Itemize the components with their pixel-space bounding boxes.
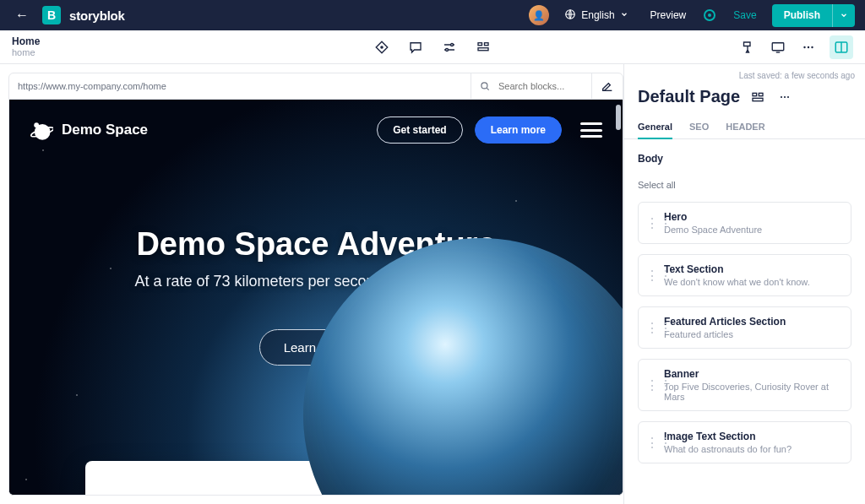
breadcrumb-slug: home: [12, 47, 40, 57]
block-subtitle: Demo Space Adventure: [664, 225, 842, 235]
split-view-icon[interactable]: [830, 35, 853, 59]
svg-point-2: [451, 43, 454, 46]
site-canvas: Demo Space Get started Learn more Demo S…: [9, 100, 623, 495]
block-featured-articles[interactable]: ⋮⋮ Featured Articles Section Featured ar…: [638, 306, 851, 349]
svg-rect-6: [485, 42, 489, 45]
sliders-icon[interactable]: [440, 38, 459, 57]
block-banner[interactable]: ⋮⋮ Banner Top Five Discoveries, Curiosit…: [638, 359, 851, 411]
svg-point-8: [803, 46, 805, 47]
tab-seo[interactable]: SEO: [689, 115, 709, 138]
site-logo[interactable]: Demo Space: [30, 118, 148, 142]
scrollbar-thumb[interactable]: [616, 105, 621, 130]
breadcrumb[interactable]: Home home: [12, 36, 40, 57]
block-subtitle: Featured articles: [664, 329, 842, 339]
svg-rect-17: [759, 93, 763, 95]
toolbar-right: [738, 35, 853, 59]
hero-subtitle: At a rate of 73 kilometers per second pe…: [30, 273, 602, 290]
get-started-button[interactable]: Get started: [377, 117, 462, 144]
breadcrumb-title: Home: [12, 36, 40, 47]
block-text-section[interactable]: ⋮⋮ Text Section We don't know what we do…: [638, 254, 851, 296]
toolbar-center: [373, 38, 492, 57]
toolbar: Home home: [0, 30, 865, 64]
layout-icon[interactable]: [474, 38, 492, 57]
menu-icon[interactable]: [580, 122, 602, 138]
block-image-text[interactable]: ⋮⋮ Image Text Section What do astronauts…: [638, 421, 851, 463]
site-brand-text: Demo Space: [62, 122, 148, 138]
svg-rect-16: [753, 93, 757, 95]
svg-rect-5: [478, 47, 488, 50]
drag-handle-icon[interactable]: ⋮⋮: [645, 215, 656, 231]
page-title: Default Page: [638, 87, 740, 106]
hero-cta-button[interactable]: Learn More: [259, 329, 373, 366]
schema-icon[interactable]: [748, 88, 767, 106]
more-icon[interactable]: [799, 38, 818, 57]
globe-icon: [564, 8, 576, 23]
drag-handle-icon[interactable]: ⋮⋮: [645, 377, 656, 393]
drag-handle-icon[interactable]: ⋮⋮: [645, 435, 656, 451]
workspace: https://www.my-company.com/home Demo Spa…: [0, 64, 865, 504]
svg-point-19: [781, 95, 782, 97]
svg-rect-7: [772, 42, 784, 50]
block-subtitle: Top Five Discoveries, Curiosity Rover at…: [664, 382, 842, 402]
svg-rect-18: [753, 98, 763, 100]
open-editor-icon[interactable]: [592, 79, 623, 93]
publish-group: Publish: [772, 4, 855, 27]
search-icon: [471, 80, 498, 92]
language-switcher[interactable]: English: [558, 5, 634, 26]
content-card: [85, 461, 547, 496]
page-header: Default Page: [624, 84, 865, 115]
svg-point-3: [446, 48, 449, 51]
svg-point-20: [784, 95, 786, 97]
back-button[interactable]: ←: [10, 4, 34, 26]
comment-icon[interactable]: [406, 38, 425, 57]
block-title: Text Section: [664, 263, 842, 275]
url-bar: https://www.my-company.com/home: [8, 73, 623, 100]
svg-point-14: [34, 122, 39, 127]
preview-pane: https://www.my-company.com/home Demo Spa…: [0, 64, 623, 504]
block-title: Featured Articles Section: [664, 316, 842, 328]
body-area: Body Select all ⋮⋮ Hero Demo Space Adven…: [624, 139, 865, 504]
right-sidebar: Last saved: a few seconds ago Default Pa…: [623, 64, 865, 504]
block-subtitle: What do astronauts do for fun?: [664, 444, 842, 454]
language-label: English: [581, 9, 614, 21]
block-hero[interactable]: ⋮⋮ Hero Demo Space Adventure: [638, 202, 851, 244]
chevron-down-icon: [620, 9, 628, 21]
block-title: Banner: [664, 368, 842, 380]
tabs: General SEO HEADER: [624, 115, 865, 139]
search-blocks-input[interactable]: [498, 81, 591, 91]
url-field[interactable]: https://www.my-company.com/home: [9, 81, 471, 91]
status-dot-icon: [704, 9, 715, 21]
learn-more-button[interactable]: Learn more: [475, 117, 562, 144]
paint-icon[interactable]: [738, 38, 757, 57]
select-all-link[interactable]: Select all: [638, 180, 851, 190]
svg-point-9: [808, 46, 809, 47]
svg-point-1: [381, 46, 383, 47]
svg-point-12: [481, 83, 487, 89]
svg-rect-4: [478, 42, 482, 45]
block-subtitle: We don't know what we don't know.: [664, 277, 842, 287]
tab-general[interactable]: General: [638, 115, 672, 138]
svg-point-21: [787, 95, 789, 97]
last-saved-label: Last saved: a few seconds ago: [624, 64, 865, 84]
hero-title: Demo Space Adventure: [30, 226, 602, 263]
preview-link[interactable]: Preview: [644, 6, 694, 24]
publish-dropdown[interactable]: [832, 4, 855, 27]
save-button[interactable]: Save: [726, 6, 763, 24]
publish-button[interactable]: Publish: [772, 4, 832, 27]
block-title: Hero: [664, 211, 842, 223]
svg-point-10: [811, 46, 813, 47]
body-label: Body: [638, 153, 851, 165]
preview-frame[interactable]: Demo Space Get started Learn more Demo S…: [8, 100, 623, 496]
status-indicator[interactable]: [701, 7, 718, 24]
tab-header[interactable]: HEADER: [726, 115, 764, 138]
monitor-icon[interactable]: [769, 38, 787, 57]
page-more-icon[interactable]: [775, 88, 794, 106]
drag-handle-icon[interactable]: ⋮⋮: [645, 320, 656, 336]
block-title: Image Text Section: [664, 431, 842, 442]
app-logo-badge: B: [42, 6, 61, 24]
hero-section: Demo Space Adventure At a rate of 73 kil…: [9, 226, 623, 366]
drag-handle-icon[interactable]: ⋮⋮: [645, 268, 656, 284]
insert-icon[interactable]: [373, 38, 391, 57]
topbar: ← B storyblok 👤 English Preview Save Pub…: [0, 0, 865, 30]
avatar[interactable]: 👤: [529, 5, 549, 25]
